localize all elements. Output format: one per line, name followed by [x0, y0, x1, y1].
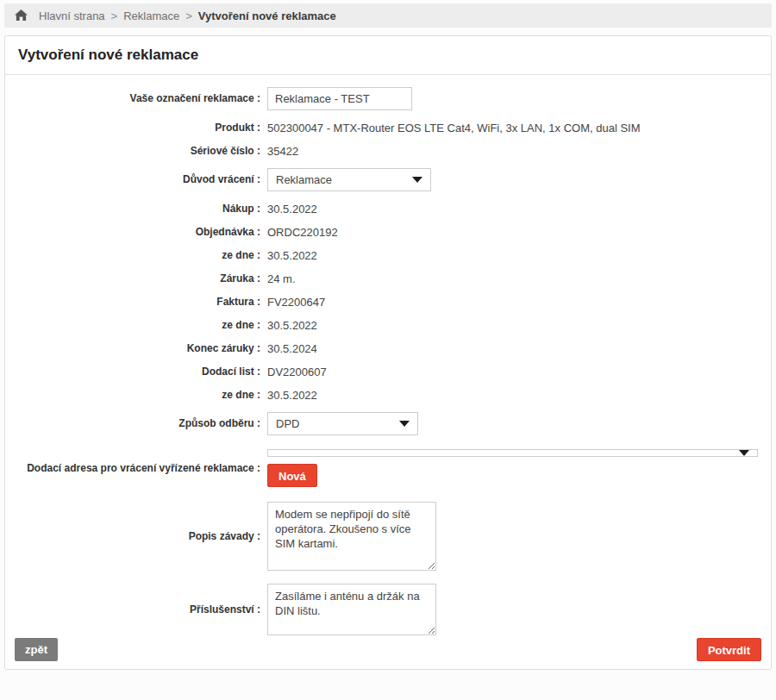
- chevron-down-icon: [412, 177, 422, 183]
- field-row-invoice: Faktura : FV2200647: [16, 296, 758, 309]
- field-row-warranty: Záruka : 24 m.: [16, 272, 758, 285]
- new-address-button[interactable]: Nová: [267, 464, 317, 487]
- breadcrumb-separator: >: [111, 9, 118, 22]
- field-row-product: Produkt : 502300047 - MTX-Router EOS LTE…: [16, 122, 758, 134]
- page-title: Vytvoření nové reklamace: [5, 36, 771, 75]
- field-label: Záruka :: [16, 272, 267, 285]
- invoice-value: FV2200647: [267, 297, 325, 309]
- order-value: ORDC220192: [267, 227, 338, 239]
- confirm-button[interactable]: Potvrdit: [697, 638, 761, 661]
- field-label: Dodací list :: [16, 366, 267, 378]
- field-label: Dodací adresa pro vrácení vyřízené rekla…: [16, 462, 267, 475]
- delivery-note-value: DV2200607: [267, 366, 327, 378]
- product-value: 502300047 - MTX-Router EOS LTE Cat4, WiF…: [267, 122, 641, 134]
- serial-number-value: 35422: [267, 146, 298, 158]
- breadcrumb-item-current: Vytvoření nové reklamace: [198, 9, 336, 22]
- field-label: Popis závady :: [16, 530, 267, 543]
- field-row-return-address: Dodací adresa pro vrácení vyřízené rekla…: [16, 449, 758, 487]
- warranty-value: 24 m.: [267, 273, 296, 285]
- defect-description-textarea[interactable]: Modem se nepřipojí do sítě operátora. Zk…: [267, 502, 436, 571]
- return-reason-select[interactable]: Reklamace: [267, 168, 431, 191]
- field-row-return-reason: Důvod vrácení : Reklamace: [16, 168, 758, 191]
- return-reason-selected-value: Reklamace: [276, 173, 332, 186]
- form-actions: zpět Potvrdit: [5, 638, 771, 669]
- field-row-accessories: Příslušenství : Zasíláme i anténu a držá…: [16, 584, 758, 635]
- chevron-down-icon: [399, 421, 410, 427]
- breadcrumb-item-reklamace[interactable]: Reklamace: [123, 9, 179, 22]
- claim-form: Vaše označení reklamace : Produkt : 5023…: [5, 75, 771, 635]
- claim-form-card: Vytvoření nové reklamace Vaše označení r…: [4, 35, 772, 670]
- back-button[interactable]: zpět: [15, 638, 58, 661]
- field-label: Produkt :: [16, 122, 267, 134]
- breadcrumb: Hlavní strana > Reklamace > Vytvoření no…: [4, 3, 772, 28]
- field-row-defect-description: Popis závady : Modem se nepřipojí do sít…: [16, 502, 758, 572]
- purchase-date-value: 30.5.2022: [267, 203, 317, 216]
- warranty-end-value: 30.5.2024: [267, 343, 317, 355]
- field-row-order: Objednávka : ORDC220192: [16, 226, 758, 239]
- field-row-purchase-date: Nákup : 30.5.2022: [16, 203, 758, 216]
- field-row-invoice-date: ze dne : 30.5.2022: [16, 319, 758, 332]
- field-label: Příslušenství :: [16, 603, 267, 616]
- invoice-date-value: 30.5.2022: [267, 320, 317, 332]
- pickup-method-selected-value: DPD: [276, 417, 299, 430]
- accessories-textarea[interactable]: Zasíláme i anténu a držák na DIN lištu.: [267, 584, 436, 635]
- breadcrumb-separator: >: [185, 9, 192, 22]
- field-row-order-date: ze dne : 30.5.2022: [16, 249, 758, 262]
- field-label: Nákup :: [16, 203, 267, 216]
- order-date-value: 30.5.2022: [267, 250, 317, 262]
- field-row-delivery-note-date: ze dne : 30.5.2022: [16, 389, 758, 402]
- field-row-warranty-end: Konec záruky : 30.5.2024: [16, 342, 758, 355]
- field-label: ze dne :: [16, 389, 267, 402]
- field-row-serial-number: Sériové číslo : 35422: [16, 145, 758, 158]
- pickup-method-select[interactable]: DPD: [267, 412, 418, 435]
- field-row-pickup-method: Způsob odběru : DPD: [16, 412, 758, 435]
- field-label: Vaše označení reklamace :: [16, 92, 267, 105]
- field-row-delivery-note: Dodací list : DV2200607: [16, 366, 758, 378]
- field-label: Objednávka :: [16, 226, 267, 239]
- field-label: Sériové číslo :: [16, 145, 267, 158]
- designation-input[interactable]: [267, 87, 412, 110]
- field-label: Způsob odběru :: [16, 417, 267, 430]
- field-label: Faktura :: [16, 296, 267, 309]
- field-label: ze dne :: [16, 319, 267, 332]
- chevron-down-icon: [739, 450, 749, 456]
- field-label: Konec záruky :: [16, 342, 267, 355]
- breadcrumb-item-home[interactable]: Hlavní strana: [39, 9, 105, 22]
- field-label: Důvod vrácení :: [16, 173, 267, 186]
- delivery-note-date-value: 30.5.2022: [267, 390, 317, 402]
- home-icon[interactable]: [15, 9, 28, 22]
- field-row-designation: Vaše označení reklamace :: [16, 87, 758, 110]
- return-address-select[interactable]: [267, 449, 758, 457]
- field-label: ze dne :: [16, 249, 267, 262]
